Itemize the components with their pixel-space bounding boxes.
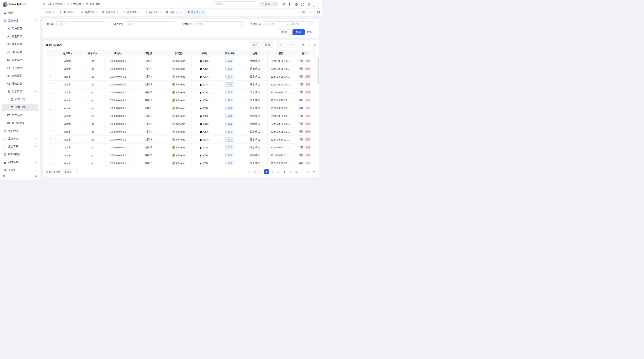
sidebar-item-file[interactable]: 文件管理 [2,112,38,119]
sidebar-item-test[interactable]: 测试菜单 [2,159,38,166]
row-checkbox[interactable] [49,154,52,157]
clear-button[interactable]: 清空 [250,42,260,48]
delete-link[interactable]: 删除 [305,130,310,133]
first-page-button[interactable] [246,169,251,174]
sidebar-item-role[interactable]: 角色管理 [2,33,38,40]
delete-button[interactable]: 删除 [275,42,286,48]
sidebar-item-overview[interactable]: 概览 [2,9,38,16]
language-toggle[interactable] [295,3,298,6]
row-checkbox[interactable] [49,130,52,133]
page-button-1[interactable]: 1 [264,169,269,174]
sidebar-item-login-log[interactable]: 登录日志 [2,104,38,111]
next-pages-button[interactable] [305,169,310,174]
sidebar-item-tenant[interactable]: 租户管理 [2,127,38,134]
detail-link[interactable]: 详情 [298,91,304,94]
tab-user-mgmt[interactable]: 用户管理× [57,8,78,16]
dark-mode-toggle[interactable] [288,3,292,6]
page-size-select[interactable]: 20条/页 [63,169,78,174]
tenant-select[interactable]: 选择租户 [213,1,256,7]
detail-link[interactable]: 详情 [298,83,304,86]
delete-link[interactable]: 删除 [305,59,310,62]
export-button[interactable]: 导出 [262,42,273,48]
tab-close-icon[interactable]: × [95,11,98,13]
search-button[interactable]: 查 询 [292,29,305,35]
table-scrollbar[interactable] [318,57,319,84]
sidebar-item-workflow[interactable]: 工作流 [2,167,38,172]
row-checkbox[interactable] [49,115,52,117]
detail-link[interactable]: 详情 [298,75,304,78]
tab-close-icon[interactable]: × [180,11,183,13]
delete-link[interactable]: 删除 [305,83,310,86]
sidebar-item-system[interactable]: 系统管理 [2,17,38,24]
settings-gear-button[interactable] [282,3,285,6]
sidebar-collapse-button[interactable] [2,174,5,177]
breadcrumb-item[interactable]: 系统管理 [48,3,62,6]
tab-close-icon[interactable]: × [74,11,76,13]
row-checkbox[interactable] [49,68,52,70]
detail-link[interactable]: 详情 [298,114,304,117]
detail-link[interactable]: 详情 [298,59,304,62]
global-search-button[interactable]: 搜索 ⌘ K [259,1,279,7]
delete-link[interactable]: 删除 [305,146,310,149]
prev-pages-button[interactable] [252,169,257,174]
page-button-3[interactable]: 3 [276,169,281,174]
delete-link[interactable]: 删除 [305,138,310,141]
tab-dict-mgmt[interactable]: 字典管理× [100,8,121,16]
login-status-select[interactable]: 请选择 [194,21,244,27]
row-checkbox[interactable] [49,123,52,125]
tabs-refresh-button[interactable] [300,8,307,16]
last-page-button[interactable] [311,169,316,174]
sidebar-item-operation-log[interactable]: 操作日志 [2,96,38,103]
page-button-6[interactable]: 6 [294,169,298,174]
tab-close-icon[interactable]: × [138,11,140,13]
row-checkbox[interactable] [49,146,52,149]
sidebar-item-param[interactable]: 参数设置 [2,72,38,79]
sidebar-item-menu[interactable]: 菜单管理 [2,41,38,48]
row-checkbox[interactable] [49,138,52,141]
detail-link[interactable]: 详情 [298,162,304,164]
tab-close-icon[interactable]: × [159,11,161,13]
sidebar-item-log[interactable]: 日志管理 [2,88,38,95]
delete-link[interactable]: 删除 [305,154,310,157]
layout-settings-button[interactable] [314,8,322,16]
table-columns-button[interactable] [314,44,316,46]
detail-link[interactable]: 详情 [298,107,304,109]
select-all-checkbox[interactable] [49,52,52,55]
tab-login-log[interactable]: 登录日志× [185,8,206,16]
delete-link[interactable]: 删除 [305,67,310,70]
row-checkbox[interactable] [49,162,52,165]
sidebar-item-client[interactable]: 客户端管理 [2,119,38,127]
notifications-bell-button[interactable] [307,3,310,6]
breadcrumb-item[interactable]: 登录日志 [86,3,100,6]
sidebar-item-tools[interactable]: 系统工具 [2,143,38,150]
row-checkbox[interactable] [49,75,52,78]
sidebar-item-notice[interactable]: 通知公告 [2,80,38,87]
tab-role-mgmt[interactable]: 角色管理× [78,8,100,16]
table-fullscreen-button[interactable] [308,44,310,46]
page-button-4[interactable]: 4 [282,169,287,174]
user-account-input[interactable]: 请输入 [125,21,175,27]
row-checkbox[interactable] [49,83,52,86]
sidebar-item-user[interactable]: 用户管理 [2,25,38,32]
breadcrumb-item[interactable]: 日志管理 [67,3,81,6]
tab-notice[interactable]: 通知公告× [142,8,164,16]
detail-link[interactable]: 详情 [298,138,304,141]
delete-link[interactable]: 删除 [305,91,310,94]
row-checkbox[interactable] [49,107,52,110]
collapse-filters-link[interactable]: 收起 [307,30,315,34]
user-avatar[interactable] [314,1,319,7]
delete-link[interactable]: 删除 [305,75,310,78]
detail-link[interactable]: 详情 [298,130,304,133]
detail-link[interactable]: 详情 [298,146,304,149]
tab-param-settings[interactable]: 参数设置× [121,8,142,16]
sidebar-item-dict[interactable]: 字典管理 [2,64,38,71]
reset-button[interactable]: 重 置 [278,29,290,35]
next-page-button[interactable] [300,169,304,174]
sidebar-pin-button[interactable] [35,175,38,177]
page-button-5[interactable]: 5 [288,169,293,174]
sidebar-item-post[interactable]: 岗位管理 [2,56,38,64]
prev-page-button[interactable] [258,169,263,174]
delete-link[interactable]: 删除 [305,99,310,101]
sidebar-item-monitor[interactable]: 系统监控 [2,135,38,142]
tabs-more-button[interactable] [307,8,314,16]
